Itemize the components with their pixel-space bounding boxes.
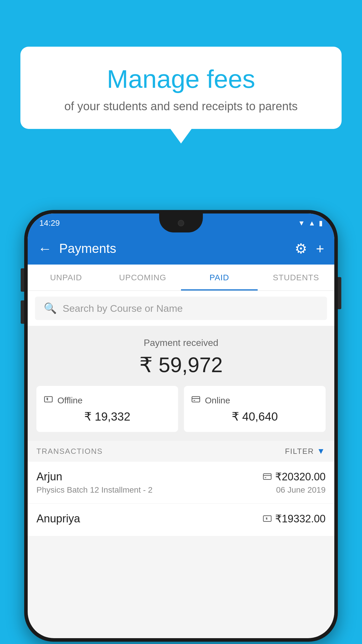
phone-screen: 14:29 ▼ ▲ ▮ ← Payments ⚙ + [28, 214, 334, 638]
transaction-amount: ₹20320.00 [263, 471, 326, 483]
filter-label: FILTER [285, 447, 314, 456]
online-icon [191, 395, 201, 406]
search-icon: 🔍 [44, 302, 57, 314]
tab-unpaid[interactable]: UNPAID [28, 265, 104, 290]
app-bar-title: Payments [59, 241, 295, 256]
speech-bubble: Manage fees of your students and send re… [20, 47, 342, 129]
offline-card: Offline ₹ 19,332 [36, 386, 178, 432]
transaction-top: Anupriya ₹19332.00 [36, 512, 326, 525]
student-name: Arjun [36, 470, 62, 483]
payment-received-label: Payment received [36, 337, 326, 348]
student-name: Anupriya [36, 512, 80, 525]
transaction-amount: ₹19332.00 [263, 513, 326, 525]
online-card: Online ₹ 40,640 [184, 386, 326, 432]
transaction-bottom: Physics Batch 12 Installment - 2 06 June… [36, 485, 326, 495]
course-info: Physics Batch 12 Installment - 2 [36, 485, 152, 495]
payment-type-icon-online [263, 472, 272, 482]
transaction-top: Arjun ₹20320.00 [36, 470, 326, 483]
search-container: 🔍 Search by Course or Name [28, 291, 334, 326]
back-button[interactable]: ← [38, 241, 52, 257]
search-input[interactable]: Search by Course or Name [63, 303, 183, 314]
app-bar: ← Payments ⚙ + [28, 232, 334, 265]
offline-icon [44, 395, 53, 406]
phone-frame: 14:29 ▼ ▲ ▮ ← Payments ⚙ + [24, 210, 338, 642]
transaction-date: 06 June 2019 [276, 485, 326, 495]
svg-rect-1 [192, 397, 200, 402]
transaction-row[interactable]: Arjun ₹20320.00 Physics Batch 1 [28, 462, 334, 504]
offline-label: Offline [57, 396, 82, 405]
transaction-amount-value: ₹20320.00 [275, 471, 326, 483]
add-button[interactable]: + [316, 241, 324, 257]
online-card-header: Online [191, 395, 318, 406]
signal-icon: ▲ [308, 219, 315, 227]
svg-rect-4 [263, 474, 271, 480]
payment-total-amount: ₹ 59,972 [36, 353, 326, 377]
bubble-title: Manage fees [35, 64, 327, 94]
transaction-row[interactable]: Anupriya ₹19332.00 [28, 504, 334, 536]
online-label: Online [205, 396, 230, 405]
offline-card-header: Offline [44, 395, 171, 406]
power-button [338, 277, 341, 309]
volume-up-button [21, 268, 24, 292]
settings-icon[interactable]: ⚙ [295, 240, 307, 257]
payment-type-icon-offline [263, 514, 272, 524]
filter-button[interactable]: FILTER ▼ [285, 447, 326, 456]
tabs: UNPAID UPCOMING PAID STUDENTS [28, 265, 334, 291]
transactions-label: TRANSACTIONS [36, 447, 103, 456]
offline-amount: ₹ 19,332 [44, 410, 171, 423]
status-bar: 14:29 ▼ ▲ ▮ [28, 214, 334, 232]
phone-container: 14:29 ▼ ▲ ▮ ← Payments ⚙ + [24, 210, 338, 644]
svg-rect-7 [263, 516, 271, 522]
filter-icon: ▼ [317, 447, 326, 456]
tab-paid[interactable]: PAID [181, 265, 258, 290]
payment-cards: Offline ₹ 19,332 [36, 386, 326, 432]
notch [159, 214, 203, 232]
transaction-amount-value: ₹19332.00 [275, 513, 326, 525]
status-icons: ▼ ▲ ▮ [298, 219, 323, 227]
tab-upcoming[interactable]: UPCOMING [104, 265, 181, 290]
app-bar-icons: ⚙ + [295, 240, 324, 257]
svg-rect-0 [45, 397, 52, 402]
bubble-subtitle: of your students and send receipts to pa… [35, 100, 327, 113]
battery-icon: ▮ [319, 219, 323, 227]
volume-down-button [21, 300, 24, 324]
tab-students[interactable]: STUDENTS [258, 265, 334, 290]
transactions-header: TRANSACTIONS FILTER ▼ [28, 441, 334, 462]
camera-dot [178, 220, 184, 226]
payment-summary: Payment received ₹ 59,972 [28, 326, 334, 441]
wifi-icon: ▼ [298, 219, 305, 227]
search-bar[interactable]: 🔍 Search by Course or Name [35, 297, 327, 320]
online-amount: ₹ 40,640 [191, 410, 318, 423]
status-time: 14:29 [39, 218, 60, 228]
